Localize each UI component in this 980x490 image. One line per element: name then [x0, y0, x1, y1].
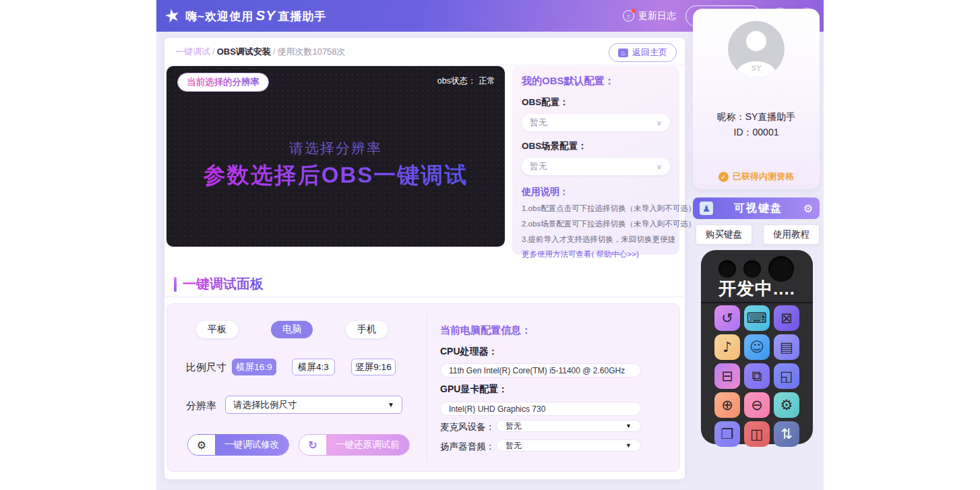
apply-debug-button[interactable]: ⚙ 一键调试修改 — [187, 434, 289, 456]
obs-profile-value: 暂无 — [530, 117, 547, 129]
tab-phone[interactable]: 手机 — [346, 321, 388, 338]
obs-config-title: 我的OBS默认配置： — [522, 75, 670, 88]
monitor-stats-key[interactable]: ◫ — [744, 421, 770, 447]
updown-arrows-key[interactable]: ⇅ — [774, 421, 799, 447]
zoom-out-key[interactable]: ⊖ — [744, 392, 770, 418]
ratio-4-3-button[interactable]: 横屏4:3 — [292, 359, 335, 375]
cpu-label: CPU处理器： — [440, 346, 498, 358]
mic-select-value: 暂无 — [506, 421, 522, 432]
panel-section-header: 一键调试面板 — [174, 275, 264, 293]
obs-scene-select[interactable]: 暂无 ∨ — [522, 158, 670, 175]
app-title: 嗨~欢迎使用SY直播助手 — [185, 7, 326, 24]
obs-profile-label: OBS配置： — [522, 96, 670, 109]
mic-select[interactable]: 暂无 ▼ — [496, 420, 641, 432]
gear-icon[interactable]: ⚙ — [803, 202, 813, 215]
avatar-head-shape — [746, 31, 766, 51]
update-log-button[interactable]: ↑ 更新日志 — [623, 10, 676, 22]
pc-info-title: 当前电脑配置信息： — [440, 324, 531, 337]
monitor-refresh-key[interactable]: ↺ — [714, 305, 740, 331]
app-title-greeting: 嗨~欢迎使用 — [185, 10, 253, 23]
check-icon: ✓ — [718, 172, 729, 182]
windows-stack-key[interactable]: ⧉ — [744, 363, 770, 389]
nickname-value: SY直播助手 — [745, 111, 796, 122]
obs-status-value: 正常 — [479, 76, 495, 86]
usage-count: 使用次数10758次 — [277, 47, 345, 57]
speaker-label: 扬声器音频： — [440, 441, 495, 453]
ratio-9-16-button[interactable]: 竖屏9:16 — [351, 359, 396, 375]
zoom-in-key[interactable]: ⊕ — [714, 392, 740, 418]
gear-search-icon: ⚙ — [188, 435, 215, 455]
monitor-edit-key[interactable]: ⊟ — [714, 363, 740, 389]
buy-keyboard-button[interactable]: 购买键盘 — [696, 224, 752, 245]
user-id-label: ID： — [734, 127, 753, 137]
speaker-select-value: 暂无 — [506, 440, 522, 452]
app-window: ★ 嗨~欢迎使用SY直播助手 ↑ 更新日志 ··· 技术反馈 − ✕ 一键调试/… — [156, 0, 824, 490]
knob-small-2[interactable] — [743, 260, 761, 278]
notification-dot — [632, 9, 636, 13]
visual-keyboard-header: ♟ 可视键盘 ⚙ — [693, 197, 820, 219]
dropdown-arrow-icon: ▼ — [388, 401, 394, 408]
smiley-key[interactable]: ☺ — [744, 334, 770, 360]
tab-tablet[interactable]: 平板 — [196, 321, 238, 338]
avatar-brand-text: SY — [752, 64, 762, 72]
update-log-label: 更新日志 — [638, 10, 676, 22]
obs-status-label: obs状态： — [437, 76, 477, 86]
main-card: 一键调试/OBS调试安装/使用次数10758次 ⌂ 返回主页 当前选择的分辨率 … — [164, 38, 685, 479]
breadcrumb-item-onekey[interactable]: 一键调试 — [175, 47, 210, 57]
doc-cursor-key[interactable]: ▤ — [774, 334, 799, 360]
beta-badge-label: 已获得内测资格 — [733, 171, 794, 183]
nickname-row: 昵称：SY直播助手 — [693, 111, 820, 123]
section-accent-bar — [174, 277, 177, 292]
app-brand: SY — [255, 7, 276, 23]
bell-key[interactable]: ♪ — [714, 334, 740, 360]
update-arrow-icon: ↑ — [623, 10, 634, 22]
knob-small-1[interactable] — [718, 260, 736, 278]
resolution-select[interactable]: 请选择比例尺寸 ▼ — [225, 396, 402, 414]
back-home-label: 返回主页 — [632, 47, 667, 59]
screen-lock-key[interactable]: ⊠ — [774, 305, 799, 331]
obs-status: obs状态： 正常 — [437, 75, 495, 87]
cpu-value: 11th Gen Intel(R) Core(TM) i5-11400 @ 2.… — [440, 363, 641, 377]
keyboard-keys: ↺⌨⊠♪☺▤⊟⧉◱⊕⊖⚙❐◫⇅ — [714, 305, 799, 447]
dropdown-arrow-icon: ▼ — [625, 442, 632, 449]
resolution-badge: 当前选择的分辨率 — [177, 73, 269, 92]
user-id-row: ID：00001 — [693, 127, 820, 139]
refresh-icon: ↻ — [299, 435, 326, 455]
mic-label: 麦克风设备： — [440, 421, 495, 433]
back-home-button[interactable]: ⌂ 返回主页 — [609, 43, 677, 62]
avatar: SY — [728, 21, 785, 78]
help-center-link[interactable]: 更多使用方法可查看( 帮助中心>>) — [522, 249, 670, 259]
gpu-label: GPU显卡配置： — [440, 384, 508, 396]
dropdown-arrow-icon: ▼ — [625, 423, 632, 429]
obs-scene-label: OBS场景配置： — [522, 140, 670, 152]
nickname-label: 昵称： — [717, 111, 745, 122]
copy-key[interactable]: ❐ — [714, 421, 740, 447]
app-title-suffix: 直播助手 — [278, 10, 326, 23]
chevron-down-icon: ∨ — [656, 119, 662, 127]
tab-pc[interactable]: 电脑 — [271, 321, 313, 338]
restore-debug-label: 一键还原调试前 — [326, 435, 409, 455]
usage-title: 使用说明： — [522, 186, 670, 198]
beta-badge: ✓ 已获得内测资格 — [693, 171, 820, 183]
dev-in-progress-text: 开发中.... — [701, 277, 813, 303]
settings-key[interactable]: ⚙ — [774, 392, 799, 418]
divider — [427, 315, 427, 460]
resolution-label: 分辨率 — [186, 400, 216, 412]
tutorial-button[interactable]: 使用教程 — [763, 224, 820, 245]
speaker-select[interactable]: 暂无 ▼ — [496, 439, 641, 452]
apply-debug-label: 一键调试修改 — [215, 435, 288, 455]
breadcrumb-item-obs: OBS调试安装 — [217, 47, 271, 57]
folder-share-key[interactable]: ◱ — [774, 363, 799, 389]
keyboard-key[interactable]: ⌨ — [744, 305, 770, 331]
profile-card: SY 昵称：SY直播助手 ID：00001 ✓ 已获得内测资格 — [693, 9, 820, 189]
obs-preview-panel: 当前选择的分辨率 obs状态： 正常 请选择分辨率 参数选择后OBS一键调试 — [166, 66, 505, 247]
home-icon: ⌂ — [618, 49, 628, 57]
obs-profile-select[interactable]: 暂无 ∨ — [522, 114, 670, 131]
visual-keyboard-title: 可视键盘 — [713, 202, 803, 216]
breadcrumb: 一键调试/OBS调试安装/使用次数10758次 — [175, 46, 346, 58]
panel-title: 一键调试面板 — [183, 275, 264, 293]
restore-debug-button[interactable]: ↻ 一键还原调试前 — [299, 434, 410, 456]
keyboard-device: 开发中.... ↺⌨⊠♪☺▤⊟⧉◱⊕⊖⚙❐◫⇅ — [701, 250, 813, 444]
ratio-16-9-button[interactable]: 横屏16:9 — [232, 359, 276, 375]
app-logo-icon: ★ — [162, 4, 182, 28]
